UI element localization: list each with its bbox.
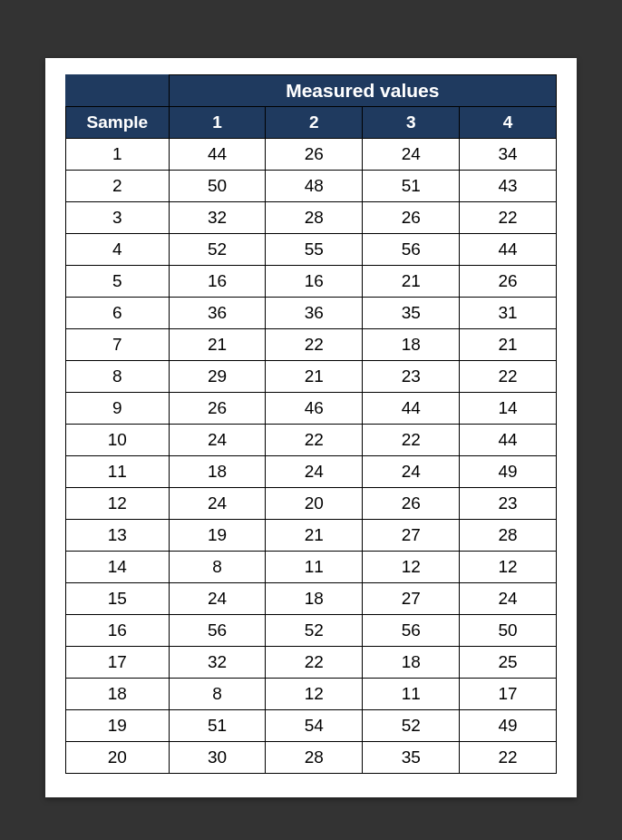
cell-value: 22 [266,329,363,361]
cell-value: 35 [363,298,460,329]
cell-sample: 12 [66,488,170,520]
table-row: 1732221825 [66,647,557,679]
cell-value: 18 [169,456,266,488]
cell-value: 19 [169,520,266,552]
cell-sample: 6 [66,298,170,329]
cell-value: 50 [169,171,266,202]
cell-value: 26 [363,202,460,234]
table-row: 188121117 [66,679,557,710]
cell-value: 16 [266,266,363,298]
cell-value: 18 [266,583,363,615]
cell-sample: 5 [66,266,170,298]
cell-value: 49 [460,456,557,488]
document-page: Measured values Sample 1 2 3 4 144262434… [45,58,577,797]
cell-value: 21 [266,520,363,552]
table-row: 1656525650 [66,615,557,647]
cell-sample: 10 [66,425,170,456]
cell-value: 35 [363,742,460,774]
cell-sample: 11 [66,456,170,488]
cell-value: 20 [266,488,363,520]
cell-value: 30 [169,742,266,774]
cell-value: 18 [363,329,460,361]
cell-value: 29 [169,361,266,393]
cell-sample: 18 [66,679,170,710]
cell-value: 51 [363,171,460,202]
cell-sample: 3 [66,202,170,234]
cell-value: 56 [363,234,460,266]
cell-sample: 2 [66,171,170,202]
cell-value: 24 [169,488,266,520]
cell-value: 43 [460,171,557,202]
cell-value: 56 [363,615,460,647]
table-row: 250485143 [66,171,557,202]
cell-value: 21 [266,361,363,393]
cell-value: 11 [266,552,363,583]
cell-value: 51 [169,710,266,742]
cell-value: 16 [169,266,266,298]
cell-value: 27 [363,583,460,615]
cell-value: 24 [169,425,266,456]
cell-value: 22 [266,647,363,679]
table-row: 452555644 [66,234,557,266]
cell-sample: 7 [66,329,170,361]
cell-value: 46 [266,393,363,425]
cell-value: 26 [169,393,266,425]
cell-value: 49 [460,710,557,742]
cell-sample: 19 [66,710,170,742]
cell-value: 26 [460,266,557,298]
table-row: 516162126 [66,266,557,298]
cell-value: 44 [169,139,266,171]
cell-sample: 1 [66,139,170,171]
cell-value: 22 [460,742,557,774]
cell-value: 27 [363,520,460,552]
header-spanner: Measured values [169,75,556,107]
cell-value: 24 [363,139,460,171]
cell-value: 44 [460,234,557,266]
cell-value: 24 [363,456,460,488]
cell-sample: 4 [66,234,170,266]
table-row: 2030283522 [66,742,557,774]
cell-value: 23 [460,488,557,520]
table-row: 829212322 [66,361,557,393]
table-row: 1118242449 [66,456,557,488]
cell-value: 28 [460,520,557,552]
cell-value: 8 [169,552,266,583]
cell-value: 36 [266,298,363,329]
cell-value: 36 [169,298,266,329]
cell-sample: 16 [66,615,170,647]
cell-sample: 17 [66,647,170,679]
cell-sample: 20 [66,742,170,774]
measured-values-table: Measured values Sample 1 2 3 4 144262434… [65,74,557,774]
cell-sample: 13 [66,520,170,552]
header-col-4: 4 [460,107,557,139]
table-row: 721221821 [66,329,557,361]
cell-value: 12 [266,679,363,710]
table-row: 1524182724 [66,583,557,615]
cell-value: 22 [363,425,460,456]
cell-value: 21 [460,329,557,361]
cell-value: 11 [363,679,460,710]
cell-value: 24 [460,583,557,615]
table-row: 636363531 [66,298,557,329]
table-row: 1224202623 [66,488,557,520]
cell-value: 56 [169,615,266,647]
header-corner-blank [66,75,170,107]
cell-value: 55 [266,234,363,266]
table-row: 926464414 [66,393,557,425]
cell-value: 23 [363,361,460,393]
header-col-3: 3 [363,107,460,139]
cell-value: 31 [460,298,557,329]
cell-value: 52 [363,710,460,742]
table-row: 332282622 [66,202,557,234]
cell-value: 26 [363,488,460,520]
table-row: 1024222244 [66,425,557,456]
cell-value: 22 [266,425,363,456]
cell-sample: 8 [66,361,170,393]
cell-value: 52 [169,234,266,266]
cell-value: 26 [266,139,363,171]
cell-value: 18 [363,647,460,679]
cell-value: 24 [266,456,363,488]
cell-value: 12 [363,552,460,583]
cell-value: 12 [460,552,557,583]
table-row: 148111212 [66,552,557,583]
